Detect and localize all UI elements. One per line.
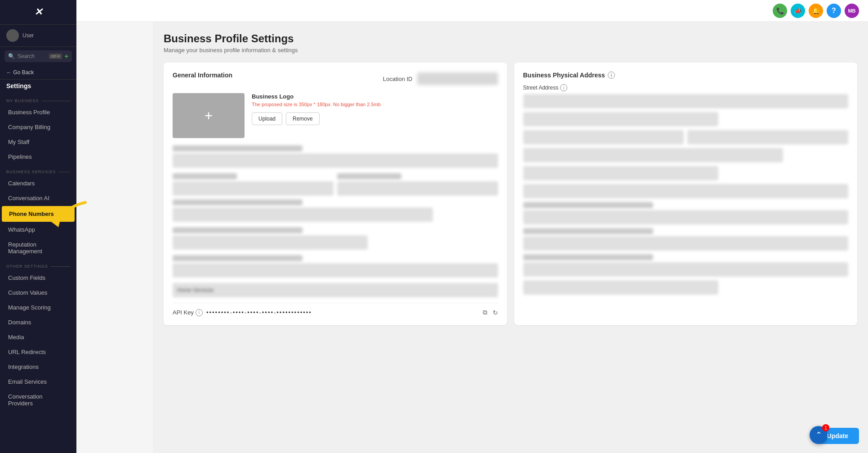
logo-upload-area: + Business Logo The proposed size is 350… — [173, 93, 498, 138]
app-logo: ✕ — [34, 6, 42, 18]
sidebar-item-company-billing[interactable]: Company Billing — [2, 120, 75, 134]
address-card: Business Physical Address i Street Addre… — [514, 63, 858, 325]
address-info-icon[interactable]: i — [608, 72, 615, 79]
logo-title-label: Business Logo — [252, 93, 498, 100]
search-shortcut: ctrl K — [49, 54, 62, 59]
user-avatar-icon[interactable]: MB — [845, 4, 859, 18]
plus-icon: + — [205, 108, 213, 124]
blurred-field-5 — [173, 235, 368, 250]
addr-field-3 — [523, 130, 684, 144]
logo-upload-placeholder[interactable]: + — [173, 93, 245, 138]
sidebar-item-url-redirects[interactable]: URL Redirects — [2, 345, 75, 359]
addr-field-6 — [523, 166, 718, 180]
sidebar-item-custom-fields[interactable]: Custom Fields — [2, 271, 75, 285]
copy-icon[interactable]: ⧉ — [483, 309, 487, 316]
sidebar-item-conversation-providers[interactable]: Conversation Providers — [2, 390, 75, 410]
addr-row-1 — [523, 130, 849, 148]
refresh-icon[interactable]: ↻ — [493, 309, 498, 316]
section-other-settings: OTHER SETTINGS — [0, 259, 76, 270]
sidebar-item-manage-scoring[interactable]: Manage Scoring — [2, 301, 75, 314]
addr-field-2 — [523, 112, 718, 126]
search-placeholder: Search — [18, 53, 46, 59]
field-group-3 — [173, 227, 498, 250]
sidebar-item-calendars[interactable]: Calendars — [2, 176, 75, 190]
blurred-label-6 — [173, 255, 303, 261]
sidebar-user: User — [0, 25, 76, 47]
upload-button[interactable]: Upload — [252, 112, 282, 125]
addr-label-3 — [523, 254, 653, 260]
addr-field-7 — [523, 184, 849, 198]
content-grid: General Information Location ID + Busine… — [164, 63, 857, 325]
addr-label-1 — [523, 202, 653, 208]
addr-label-2 — [523, 228, 653, 234]
page-title: Business Profile Settings — [164, 32, 857, 45]
api-key-label: API Key i — [173, 309, 203, 316]
addr-field-1 — [523, 94, 849, 108]
sidebar-item-business-profile[interactable]: Business Profile — [2, 105, 75, 119]
help-icon[interactable]: ? — [827, 4, 841, 18]
sidebar-item-media[interactable]: Media — [2, 330, 75, 344]
blurred-label-5 — [173, 227, 303, 233]
field-group-5: Home Services — [173, 283, 498, 297]
location-id-label: Location ID — [383, 76, 413, 82]
sidebar-logo: ✕ — [0, 0, 76, 25]
settings-label: Settings — [0, 80, 76, 93]
general-info-title: General Information — [173, 72, 232, 79]
general-info-card: General Information Location ID + Busine… — [164, 63, 507, 325]
chat-badge: 1 — [822, 424, 829, 431]
chat-icon: ⌃ — [815, 430, 822, 440]
addr-field-11 — [523, 280, 718, 295]
sidebar-item-domains[interactable]: Domains — [2, 315, 75, 329]
sidebar-item-custom-values[interactable]: Custom Values — [2, 286, 75, 300]
field-row-1 — [173, 173, 498, 199]
search-bar[interactable]: 🔍 Search ctrl K + — [4, 50, 72, 62]
main-content: Business Profile Settings Manage your bu… — [153, 22, 868, 453]
field-group-4 — [173, 255, 498, 278]
blurred-label-3 — [337, 173, 401, 179]
blurred-label-2 — [173, 173, 237, 179]
blurred-field-6 — [173, 263, 498, 278]
blurred-label-4 — [173, 199, 303, 206]
go-back-button[interactable]: ← Go Back — [0, 66, 76, 80]
section-my-business: MY BUSINESS — [0, 93, 76, 105]
blurred-field-4 — [173, 207, 433, 222]
blurred-field-1 — [173, 153, 498, 168]
phone-icon[interactable]: 📞 — [773, 4, 787, 18]
field-group-2 — [173, 199, 498, 222]
location-id-value — [417, 72, 498, 85]
street-info-icon[interactable]: i — [560, 84, 567, 91]
sidebar-item-phone-numbers[interactable]: Phone Numbers — [2, 206, 75, 222]
industry-dropdown: Home Services — [173, 283, 498, 297]
sidebar: ✕ User 🔍 Search ctrl K + ← Go Back Setti… — [0, 0, 76, 453]
blurred-field-2 — [173, 181, 334, 196]
username-label: User — [22, 32, 70, 39]
sidebar-item-email-services[interactable]: Email Services — [2, 375, 75, 389]
logo-desc-label: The proposed size is 350px * 180px. No b… — [252, 102, 498, 107]
api-key-info-icon[interactable]: i — [196, 309, 203, 316]
sidebar-item-conversation-ai[interactable]: Conversation AI — [2, 191, 75, 205]
logo-buttons: Upload Remove — [252, 112, 498, 125]
sidebar-item-my-staff[interactable]: My Staff — [2, 135, 75, 149]
remove-button[interactable]: Remove — [286, 112, 320, 125]
blurred-label-1 — [173, 145, 303, 152]
search-icon: 🔍 — [8, 53, 15, 59]
avatar — [6, 29, 19, 42]
addr-field-5 — [523, 148, 783, 162]
section-business-services: BUSINESS SERVICES — [0, 164, 76, 176]
bell-icon[interactable]: 🔔 — [809, 4, 823, 18]
sidebar-item-whatsapp[interactable]: WhatsApp — [2, 223, 75, 237]
blurred-field-3 — [337, 181, 498, 196]
logo-info: Business Logo The proposed size is 350px… — [252, 93, 498, 125]
addr-field-8 — [523, 210, 849, 224]
api-key-row: API Key i ••••••••-••••-••••-••••-••••••… — [173, 303, 498, 316]
field-group-1 — [173, 145, 498, 168]
addr-field-10 — [523, 262, 849, 277]
megaphone-icon[interactable]: 📣 — [791, 4, 805, 18]
sidebar-item-pipelines[interactable]: Pipelines — [2, 150, 75, 164]
sidebar-item-reputation-management[interactable]: Reputation Management — [2, 238, 75, 258]
sidebar-item-integrations[interactable]: Integrations — [2, 360, 75, 374]
page-subtitle: Manage your business profile information… — [164, 47, 857, 54]
addr-field-4 — [687, 130, 848, 144]
chat-widget[interactable]: ⌃ 1 — [810, 426, 828, 444]
api-key-dots: ••••••••-••••-••••-••••-•••••••••••• — [206, 309, 477, 316]
